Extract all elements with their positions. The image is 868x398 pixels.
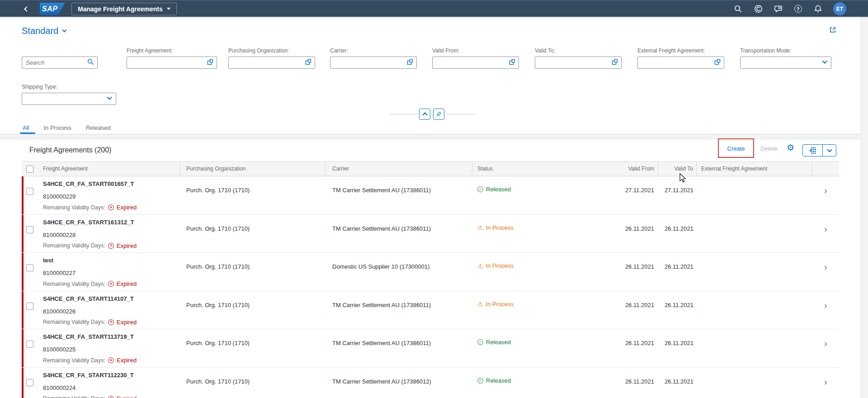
status-cell: Released <box>477 339 511 346</box>
purchasing-organization-cell: Purch. Org. 1710 (1710) <box>186 263 250 270</box>
row-navigation-chevron[interactable]: › <box>824 262 827 272</box>
value-help-icon[interactable] <box>612 59 618 67</box>
tab-in-process[interactable]: In Process <box>43 124 71 131</box>
purchasing-organization-cell: Purch. Org. 1710 (1710) <box>186 378 250 385</box>
row-checkbox[interactable] <box>26 341 33 348</box>
collapse-header-button[interactable] <box>419 109 430 120</box>
copilot-icon[interactable] <box>754 5 763 14</box>
column-header-valid-to[interactable]: Valid To <box>658 162 696 176</box>
table-row[interactable]: S4HCE_CR_FA_START113719_T 8100000225 Rem… <box>22 329 839 368</box>
search-field-icon[interactable] <box>87 58 94 67</box>
value-help-icon[interactable] <box>407 59 413 67</box>
avatar[interactable]: ET <box>833 2 846 15</box>
row-navigation-chevron[interactable]: › <box>824 185 827 196</box>
freight-agreement-id: 8100000224 <box>43 384 75 391</box>
feedback-icon[interactable] <box>774 5 783 14</box>
back-button[interactable] <box>19 7 34 11</box>
tab-released[interactable]: Released <box>86 124 111 131</box>
value-help-icon[interactable] <box>207 59 213 67</box>
help-icon[interactable]: ? <box>793 5 802 14</box>
row-navigation-chevron[interactable]: › <box>824 377 827 387</box>
table-row[interactable]: S4HCE_CR_FA_START114107_T 8100000226 Rem… <box>22 291 839 330</box>
table-row[interactable]: S4HCE_CR_FA_START001657_T 8100000229 Rem… <box>22 176 839 215</box>
export-spreadsheet-icon[interactable] <box>803 145 823 156</box>
app-title-menu[interactable]: Manage Freight Agreements <box>71 3 177 15</box>
chevron-up-icon <box>422 112 427 117</box>
value-help-icon[interactable] <box>509 59 515 67</box>
valid-from-cell: 26.11.2021 <box>620 378 654 385</box>
column-header-external-freight-agreement[interactable]: External Freight Agreement <box>696 162 811 176</box>
share-icon[interactable] <box>829 26 837 36</box>
column-header-valid-from[interactable]: Valid From <box>620 162 658 176</box>
table-row[interactable]: S4HCE_CR_FA_START161312_T 8100000228 Rem… <box>22 215 839 253</box>
value-help-icon[interactable] <box>305 59 311 67</box>
select-all-checkbox[interactable] <box>26 166 33 173</box>
purchasing-organization-filter-input[interactable] <box>229 57 315 68</box>
page-header: Standard <box>0 17 868 42</box>
valid-to-filter-input[interactable] <box>535 57 621 68</box>
chevron-down-icon <box>827 147 832 152</box>
row-navigation-chevron[interactable]: › <box>824 300 827 311</box>
delete-button[interactable]: Delete <box>759 145 779 152</box>
filterbar-controls <box>0 108 868 121</box>
freight-agreement-name: S4HCE_CR_FA_START161312_T <box>43 219 134 226</box>
sap-logo[interactable]: SAP <box>40 3 65 15</box>
in-process-status-icon: ⚠ <box>477 224 483 231</box>
remaining-validity: Remaining Validity Days: Expired <box>43 242 137 249</box>
column-header-navigation <box>811 162 839 176</box>
valid-from-cell: 26.11.2021 <box>620 302 654 308</box>
row-checkbox[interactable] <box>26 379 33 386</box>
freight-agreement-name: S4HCE_CR_FA_START112230_T <box>43 372 134 379</box>
shipping-type-select[interactable] <box>22 93 116 104</box>
in-process-status-icon: ⚠ <box>477 263 483 269</box>
search-icon[interactable] <box>734 5 743 14</box>
table-settings-icon[interactable]: ⚙ <box>787 142 794 152</box>
freight-agreements-table-card: Freight Agreements (200) Create Delete ⚙… <box>0 139 868 398</box>
table-row[interactable]: test 8100000227 Remaining Validity Days:… <box>22 253 839 291</box>
expired-icon <box>108 396 114 398</box>
row-navigation-chevron[interactable]: › <box>824 224 827 234</box>
create-button[interactable]: Create <box>723 145 749 152</box>
row-checkbox[interactable] <box>26 226 33 233</box>
carrier-cell: TM Carrier Settlement AU (17386011) <box>332 340 431 346</box>
remaining-validity: Remaining Validity Days: Expired <box>43 280 137 287</box>
column-header-status[interactable]: Status <box>472 162 620 176</box>
valid-to-cell: 27.11.2021 <box>658 187 693 194</box>
variant-selector[interactable]: Standard <box>22 26 66 36</box>
title-dropdown-icon <box>167 8 170 10</box>
vertical-scrollbar-track[interactable] <box>861 17 868 398</box>
column-header-freight-agreement[interactable]: Freight Agreement <box>41 162 180 176</box>
row-navigation-chevron[interactable]: › <box>824 338 827 349</box>
table-row[interactable]: S4HCE_CR_FA_START112230_T 8100000224 Rem… <box>22 368 839 398</box>
filter-label: Shipping Type: <box>22 84 116 93</box>
carrier-filter-input[interactable] <box>330 57 416 68</box>
valid-from-cell: 27.11.2021 <box>620 187 654 194</box>
value-help-icon[interactable] <box>714 59 721 67</box>
external-freight-agreement-filter-input[interactable] <box>638 57 724 68</box>
divider <box>447 114 475 114</box>
row-checkbox[interactable] <box>26 188 33 195</box>
valid-from-cell: 26.11.2021 <box>620 340 654 346</box>
remaining-validity: Remaining Validity Days: Expired <box>43 319 137 326</box>
tab-all[interactable]: All <box>23 124 29 131</box>
column-header-carrier[interactable]: Carrier <box>325 162 472 176</box>
selected-tab-indicator <box>20 133 35 134</box>
carrier-cell: Domestic US Supplier 10 (17300001) <box>332 263 429 270</box>
export-menu-chevron[interactable] <box>823 145 836 156</box>
manage-freight-agreements-app: SAP Manage Freight Agreements ? ET <box>0 0 868 398</box>
valid-to-cell: 26.11.2021 <box>658 340 693 346</box>
column-header-purchasing-organization[interactable]: Purchasing Organization <box>180 162 325 176</box>
search-input[interactable] <box>22 57 97 68</box>
notifications-icon[interactable] <box>813 5 822 14</box>
pin-header-button[interactable] <box>433 109 444 120</box>
expired-icon <box>108 319 114 325</box>
released-status-icon <box>477 186 483 192</box>
row-checkbox[interactable] <box>26 303 33 310</box>
valid-from-filter-input[interactable] <box>433 57 519 68</box>
table-title: Freight Agreements (200) <box>29 146 111 154</box>
freight-agreement-name: S4HCE_CR_FA_START113719_T <box>43 333 134 340</box>
freight-agreement-filter-input[interactable] <box>127 57 217 68</box>
transportation-mode-select[interactable] <box>741 57 831 68</box>
row-checkbox[interactable] <box>26 264 33 271</box>
variant-title-label: Standard <box>22 26 58 36</box>
